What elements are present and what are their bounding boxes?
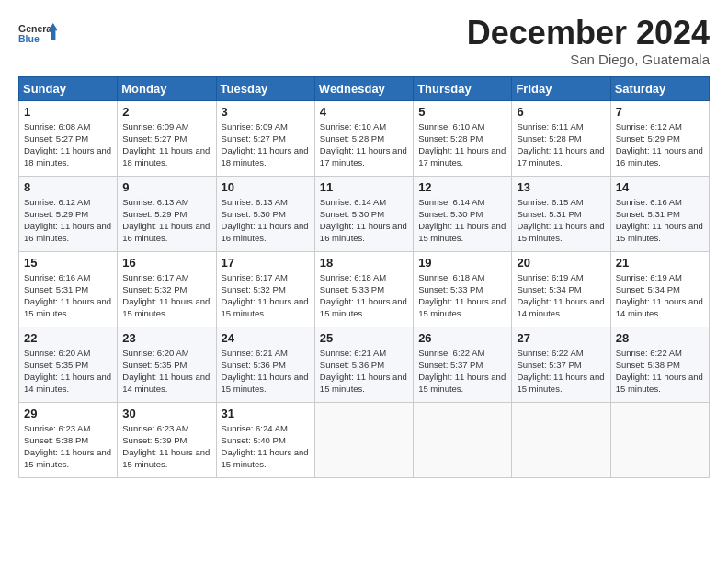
calendar-week-3: 15 Sunrise: 6:16 AM Sunset: 5:31 PM Dayl… bbox=[19, 251, 710, 327]
day-number: 23 bbox=[122, 331, 210, 345]
day-number: 1 bbox=[24, 105, 112, 119]
day-info: Sunrise: 6:22 AM Sunset: 5:37 PM Dayligh… bbox=[517, 347, 605, 396]
day-info: Sunrise: 6:20 AM Sunset: 5:35 PM Dayligh… bbox=[122, 347, 210, 396]
calendar-header-row: SundayMondayTuesdayWednesdayThursdayFrid… bbox=[19, 76, 710, 100]
calendar-cell: 27 Sunrise: 6:22 AM Sunset: 5:37 PM Dayl… bbox=[512, 327, 610, 402]
calendar-cell: 9 Sunrise: 6:13 AM Sunset: 5:29 PM Dayli… bbox=[118, 176, 216, 251]
calendar-cell: 24 Sunrise: 6:21 AM Sunset: 5:36 PM Dayl… bbox=[216, 327, 314, 402]
title-block: December 2024 San Diego, Guatemala bbox=[467, 15, 710, 67]
calendar-cell: 12 Sunrise: 6:14 AM Sunset: 5:30 PM Dayl… bbox=[414, 176, 512, 251]
calendar-cell: 11 Sunrise: 6:14 AM Sunset: 5:30 PM Dayl… bbox=[314, 176, 413, 251]
day-number: 4 bbox=[320, 105, 408, 119]
calendar-cell: 17 Sunrise: 6:17 AM Sunset: 5:32 PM Dayl… bbox=[216, 251, 314, 327]
calendar-cell: 4 Sunrise: 6:10 AM Sunset: 5:28 PM Dayli… bbox=[314, 100, 413, 176]
calendar-header-saturday: Saturday bbox=[610, 76, 709, 100]
day-number: 2 bbox=[122, 105, 210, 119]
day-number: 15 bbox=[24, 256, 112, 270]
calendar-cell: 1 Sunrise: 6:08 AM Sunset: 5:27 PM Dayli… bbox=[19, 100, 118, 176]
day-info: Sunrise: 6:14 AM Sunset: 5:30 PM Dayligh… bbox=[320, 196, 408, 245]
day-number: 14 bbox=[616, 180, 704, 194]
day-info: Sunrise: 6:16 AM Sunset: 5:31 PM Dayligh… bbox=[24, 271, 112, 320]
day-info: Sunrise: 6:14 AM Sunset: 5:30 PM Dayligh… bbox=[418, 196, 506, 245]
day-number: 27 bbox=[517, 331, 605, 345]
day-info: Sunrise: 6:11 AM Sunset: 5:28 PM Dayligh… bbox=[517, 121, 605, 169]
day-number: 3 bbox=[222, 105, 310, 119]
calendar-cell: 14 Sunrise: 6:16 AM Sunset: 5:31 PM Dayl… bbox=[610, 176, 709, 251]
calendar-cell: 2 Sunrise: 6:09 AM Sunset: 5:27 PM Dayli… bbox=[118, 100, 216, 176]
day-number: 7 bbox=[616, 105, 704, 119]
calendar-cell: 25 Sunrise: 6:21 AM Sunset: 5:36 PM Dayl… bbox=[314, 327, 413, 402]
day-number: 22 bbox=[24, 331, 112, 345]
day-number: 10 bbox=[222, 180, 310, 194]
day-info: Sunrise: 6:20 AM Sunset: 5:35 PM Dayligh… bbox=[24, 347, 112, 396]
day-info: Sunrise: 6:24 AM Sunset: 5:40 PM Dayligh… bbox=[222, 422, 310, 471]
day-info: Sunrise: 6:10 AM Sunset: 5:28 PM Dayligh… bbox=[320, 121, 408, 169]
day-number: 19 bbox=[418, 256, 506, 270]
calendar-header-wednesday: Wednesday bbox=[314, 76, 413, 100]
month-title: December 2024 bbox=[467, 15, 710, 52]
day-info: Sunrise: 6:12 AM Sunset: 5:29 PM Dayligh… bbox=[616, 121, 704, 169]
day-number: 13 bbox=[517, 180, 605, 194]
svg-text:Blue: Blue bbox=[18, 33, 40, 44]
calendar-cell: 5 Sunrise: 6:10 AM Sunset: 5:28 PM Dayli… bbox=[414, 100, 512, 176]
calendar-cell: 28 Sunrise: 6:22 AM Sunset: 5:38 PM Dayl… bbox=[610, 327, 709, 402]
calendar-cell: 26 Sunrise: 6:22 AM Sunset: 5:37 PM Dayl… bbox=[414, 327, 512, 402]
day-info: Sunrise: 6:18 AM Sunset: 5:33 PM Dayligh… bbox=[320, 271, 408, 320]
day-info: Sunrise: 6:22 AM Sunset: 5:37 PM Dayligh… bbox=[418, 347, 506, 396]
day-info: Sunrise: 6:12 AM Sunset: 5:29 PM Dayligh… bbox=[24, 196, 112, 245]
day-number: 26 bbox=[418, 331, 506, 345]
day-number: 18 bbox=[320, 256, 408, 270]
day-number: 17 bbox=[222, 256, 310, 270]
calendar-cell: 15 Sunrise: 6:16 AM Sunset: 5:31 PM Dayl… bbox=[19, 251, 118, 327]
calendar-header-friday: Friday bbox=[512, 76, 610, 100]
day-info: Sunrise: 6:22 AM Sunset: 5:38 PM Dayligh… bbox=[616, 347, 704, 396]
day-info: Sunrise: 6:15 AM Sunset: 5:31 PM Dayligh… bbox=[517, 196, 605, 245]
day-number: 25 bbox=[320, 331, 408, 345]
calendar-cell bbox=[512, 402, 610, 477]
day-info: Sunrise: 6:10 AM Sunset: 5:28 PM Dayligh… bbox=[418, 121, 506, 169]
day-info: Sunrise: 6:23 AM Sunset: 5:39 PM Dayligh… bbox=[122, 422, 210, 471]
day-info: Sunrise: 6:13 AM Sunset: 5:30 PM Dayligh… bbox=[222, 196, 310, 245]
calendar-cell: 13 Sunrise: 6:15 AM Sunset: 5:31 PM Dayl… bbox=[512, 176, 610, 251]
calendar-week-5: 29 Sunrise: 6:23 AM Sunset: 5:38 PM Dayl… bbox=[19, 402, 710, 477]
day-info: Sunrise: 6:16 AM Sunset: 5:31 PM Dayligh… bbox=[616, 196, 704, 245]
day-info: Sunrise: 6:19 AM Sunset: 5:34 PM Dayligh… bbox=[517, 271, 605, 320]
day-info: Sunrise: 6:23 AM Sunset: 5:38 PM Dayligh… bbox=[24, 422, 112, 471]
page: General Blue December 2024 San Diego, Gu… bbox=[0, 0, 728, 563]
day-number: 11 bbox=[320, 180, 408, 194]
calendar-body: 1 Sunrise: 6:08 AM Sunset: 5:27 PM Dayli… bbox=[19, 100, 710, 477]
day-number: 20 bbox=[517, 256, 605, 270]
day-number: 30 bbox=[122, 407, 210, 420]
calendar-cell bbox=[414, 402, 512, 477]
calendar-header-tuesday: Tuesday bbox=[216, 76, 314, 100]
calendar-cell: 8 Sunrise: 6:12 AM Sunset: 5:29 PM Dayli… bbox=[19, 176, 118, 251]
day-number: 12 bbox=[418, 180, 506, 194]
calendar-cell: 30 Sunrise: 6:23 AM Sunset: 5:39 PM Dayl… bbox=[118, 402, 216, 477]
day-info: Sunrise: 6:21 AM Sunset: 5:36 PM Dayligh… bbox=[320, 347, 408, 396]
day-number: 6 bbox=[517, 105, 605, 119]
calendar-cell: 7 Sunrise: 6:12 AM Sunset: 5:29 PM Dayli… bbox=[610, 100, 709, 176]
calendar-cell: 10 Sunrise: 6:13 AM Sunset: 5:30 PM Dayl… bbox=[216, 176, 314, 251]
day-number: 24 bbox=[222, 331, 310, 345]
day-info: Sunrise: 6:09 AM Sunset: 5:27 PM Dayligh… bbox=[222, 121, 310, 169]
calendar-cell bbox=[314, 402, 413, 477]
location-subtitle: San Diego, Guatemala bbox=[467, 52, 710, 67]
calendar-header-thursday: Thursday bbox=[414, 76, 512, 100]
calendar-cell: 29 Sunrise: 6:23 AM Sunset: 5:38 PM Dayl… bbox=[19, 402, 118, 477]
calendar-header-sunday: Sunday bbox=[19, 76, 118, 100]
calendar-cell: 16 Sunrise: 6:17 AM Sunset: 5:32 PM Dayl… bbox=[118, 251, 216, 327]
day-number: 9 bbox=[122, 180, 210, 194]
calendar-cell: 31 Sunrise: 6:24 AM Sunset: 5:40 PM Dayl… bbox=[216, 402, 314, 477]
calendar-table: SundayMondayTuesdayWednesdayThursdayFrid… bbox=[18, 76, 710, 478]
day-number: 21 bbox=[616, 256, 704, 270]
logo: General Blue bbox=[18, 15, 57, 53]
calendar-cell: 22 Sunrise: 6:20 AM Sunset: 5:35 PM Dayl… bbox=[19, 327, 118, 402]
calendar-week-2: 8 Sunrise: 6:12 AM Sunset: 5:29 PM Dayli… bbox=[19, 176, 710, 251]
calendar-week-4: 22 Sunrise: 6:20 AM Sunset: 5:35 PM Dayl… bbox=[19, 327, 710, 402]
day-info: Sunrise: 6:17 AM Sunset: 5:32 PM Dayligh… bbox=[122, 271, 210, 320]
calendar-cell: 3 Sunrise: 6:09 AM Sunset: 5:27 PM Dayli… bbox=[216, 100, 314, 176]
day-info: Sunrise: 6:19 AM Sunset: 5:34 PM Dayligh… bbox=[616, 271, 704, 320]
logo-svg: General Blue bbox=[18, 15, 57, 53]
calendar-header-monday: Monday bbox=[118, 76, 216, 100]
calendar-cell: 6 Sunrise: 6:11 AM Sunset: 5:28 PM Dayli… bbox=[512, 100, 610, 176]
